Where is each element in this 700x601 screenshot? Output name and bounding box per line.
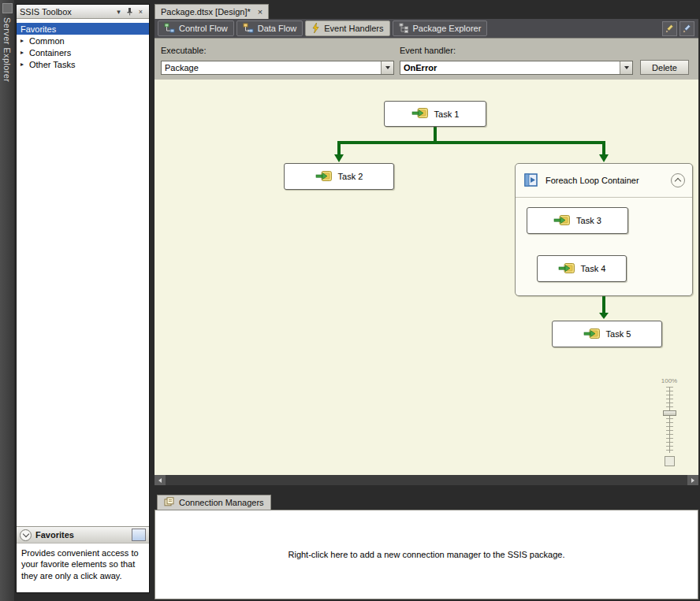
document-tab-package[interactable]: Package.dtsx [Design]* × xyxy=(155,4,269,19)
foreach-loop-icon xyxy=(523,173,538,189)
package-explorer-icon xyxy=(399,23,409,35)
document-tabbar: Package.dtsx [Design]* × xyxy=(155,4,698,19)
event-handler-value: OnError xyxy=(400,61,620,74)
container-label: Foreach Loop Container xyxy=(545,176,639,185)
task-node-5[interactable]: Task 5 xyxy=(552,321,662,347)
zoom-level-label: 100% xyxy=(661,377,678,384)
server-explorer-icon xyxy=(2,3,13,13)
collapse-button[interactable] xyxy=(671,173,685,187)
connection-managers-tab[interactable]: Connection Managers xyxy=(157,495,271,510)
window-menu-icon[interactable]: ▾ xyxy=(114,6,124,17)
delete-button[interactable]: Delete xyxy=(640,60,689,75)
toolbox-item-common[interactable]: ▸ Common xyxy=(17,35,149,46)
event-handlers-icon xyxy=(311,23,320,35)
tab-control-flow[interactable]: Control Flow xyxy=(158,20,234,36)
expand-arrow-icon: ▸ xyxy=(20,49,29,56)
document-tab-title: Package.dtsx [Design]* xyxy=(161,7,251,17)
event-handler-params-row: Executable: Package Event handler: OnErr… xyxy=(155,38,698,80)
pencil-icon xyxy=(683,24,691,33)
task-label: Task 1 xyxy=(434,109,460,119)
task-icon xyxy=(315,170,333,184)
scroll-left-button[interactable] xyxy=(155,475,166,485)
event-handler-label: Event handler: xyxy=(400,46,456,55)
task-icon xyxy=(553,214,571,228)
toolbox-item-label: Favorites xyxy=(20,24,56,34)
tab-label: Data Flow xyxy=(258,24,297,33)
expand-arrow-icon: ▸ xyxy=(20,61,29,68)
zoom-slider[interactable] xyxy=(666,387,673,453)
toolbar-button-a[interactable] xyxy=(662,21,677,36)
tab-label: Event Handlers xyxy=(324,24,383,33)
tab-label: Package Explorer xyxy=(413,24,482,33)
view-bar-right-tools xyxy=(662,21,695,36)
zoom-fit-button[interactable] xyxy=(665,456,675,466)
pin-icon[interactable] xyxy=(125,6,135,17)
expand-arrow-icon: ▸ xyxy=(20,37,29,44)
server-explorer-strip[interactable]: Server Explorer xyxy=(0,0,14,601)
task-label: Task 2 xyxy=(338,172,363,181)
toolbox-details-header[interactable]: Favorites xyxy=(17,526,149,543)
tab-event-handlers[interactable]: Event Handlers xyxy=(305,20,389,36)
design-surface[interactable]: Foreach Loop Container Task 1 Task 2 xyxy=(155,80,698,475)
toolbox-item-other-tasks[interactable]: ▸ Other Tasks xyxy=(17,58,149,70)
triangle-right-icon xyxy=(691,478,694,483)
task-label: Task 5 xyxy=(606,329,631,339)
tab-package-explorer[interactable]: Package Explorer xyxy=(393,20,488,36)
toolbox-details-title: Favorites xyxy=(35,530,74,540)
scrollbar-track[interactable] xyxy=(166,475,687,485)
task-label: Task 4 xyxy=(581,264,606,273)
toolbox-details-section: Favorites Provides convenient access to … xyxy=(17,526,149,592)
connection-managers-hint: Right-click here to add a new connection… xyxy=(289,550,565,559)
close-icon[interactable]: × xyxy=(258,8,262,17)
toolbox-item-label: Containers xyxy=(29,48,71,58)
toolbar-button-b[interactable] xyxy=(680,21,694,36)
toolbox-item-containers[interactable]: ▸ Containers xyxy=(17,46,149,58)
executable-combobox[interactable]: Package xyxy=(161,61,394,75)
toolbox-item-favorites[interactable]: Favorites xyxy=(17,23,149,35)
ssis-toolbox-panel: SSIS Toolbox ▾ × Favorites ▸ Common ▸ Co… xyxy=(16,4,150,593)
toolbox-details-description: Provides convenient access to your favor… xyxy=(17,543,149,592)
toolbox-item-label: Common xyxy=(29,36,65,46)
zoom-control: 100% xyxy=(661,377,678,466)
dropdown-arrow-icon[interactable] xyxy=(381,61,393,74)
data-flow-icon xyxy=(243,23,254,35)
horizontal-scrollbar[interactable] xyxy=(155,475,698,485)
toolbox-details-menu-icon[interactable] xyxy=(132,529,146,541)
designer-view-bar: Control Flow Data Flow Event Handlers Pa… xyxy=(155,19,698,38)
zoom-slider-thumb[interactable] xyxy=(663,410,676,416)
task-icon xyxy=(558,262,575,276)
task-node-1[interactable]: Task 1 xyxy=(384,101,486,127)
event-handler-combobox[interactable]: OnError xyxy=(400,61,633,75)
triangle-left-icon xyxy=(158,478,162,483)
control-flow-icon xyxy=(164,23,175,35)
dropdown-arrow-icon[interactable] xyxy=(620,61,632,74)
executable-value: Package xyxy=(162,61,381,74)
chevron-up-icon xyxy=(675,178,681,184)
scroll-right-button[interactable] xyxy=(687,475,698,485)
task-node-3[interactable]: Task 3 xyxy=(527,207,628,234)
task-node-2[interactable]: Task 2 xyxy=(284,163,394,190)
connection-managers-tab-label: Connection Managers xyxy=(179,498,264,507)
app-window: Server Explorer SSIS Toolbox ▾ × Favorit… xyxy=(0,0,700,601)
server-explorer-label: Server Explorer xyxy=(2,17,12,82)
executable-label: Executable: xyxy=(161,46,206,55)
connection-manager-icon xyxy=(164,497,174,508)
pencil-icon xyxy=(665,24,674,33)
toolbox-item-label: Other Tasks xyxy=(29,60,76,69)
task-icon xyxy=(583,328,601,341)
panel-gap xyxy=(155,485,698,494)
foreach-loop-header[interactable]: Foreach Loop Container xyxy=(516,164,692,198)
close-icon[interactable]: × xyxy=(136,6,146,17)
editor-area: Package.dtsx [Design]* × Control Flow Da… xyxy=(155,4,698,599)
connection-managers-tabbar: Connection Managers xyxy=(155,494,698,510)
task-label: Task 3 xyxy=(576,216,601,225)
toolbox-title: SSIS Toolbox xyxy=(20,7,113,17)
toolbox-titlebar[interactable]: SSIS Toolbox ▾ × xyxy=(17,5,149,19)
chevron-down-icon[interactable] xyxy=(20,529,32,541)
task-node-4[interactable]: Task 4 xyxy=(537,255,627,282)
connection-managers-area[interactable]: Right-click here to add a new connection… xyxy=(155,510,698,599)
task-icon xyxy=(411,107,429,121)
toolbox-item-list: Favorites ▸ Common ▸ Containers ▸ Other … xyxy=(17,19,149,70)
tab-label: Control Flow xyxy=(179,24,228,33)
tab-data-flow[interactable]: Data Flow xyxy=(236,20,303,36)
